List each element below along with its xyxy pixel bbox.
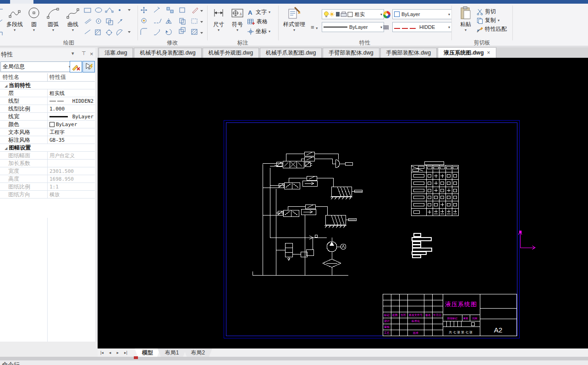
prev-tab-icon[interactable]: ◂ <box>106 350 114 355</box>
drawing-canvas[interactable]: 标记 处数 分区 更改文件号 签名 年月日 设计 标准化 审核 工艺 批准 阶段… <box>98 58 588 348</box>
properties-grid-header: 特性名 特性值 <box>0 73 95 82</box>
property-row[interactable]: 图纸幅面 用户自定义 <box>0 152 95 160</box>
table-label: 表格 <box>257 18 268 26</box>
property-row[interactable]: 线型 HIDDEN2 <box>0 97 95 105</box>
property-group-row[interactable]: ◢当前特性 <box>0 82 95 89</box>
color-combo[interactable]: ByLayer ▾ <box>392 9 452 19</box>
property-row[interactable]: 高度 1698.950 <box>0 175 95 183</box>
group-label-annotate: 标注 <box>207 39 278 47</box>
lineweight-combo[interactable]: ByLayer ▾ <box>322 22 384 32</box>
color-swatch <box>394 11 400 17</box>
property-row[interactable]: 加长系数 <box>0 160 95 167</box>
active-ribbon-tab-edge[interactable] <box>10 0 33 4</box>
chevron-down-icon: ▾ <box>27 28 41 32</box>
tab-model[interactable]: 模型 <box>135 348 160 357</box>
group-separator <box>451 6 452 40</box>
table-button[interactable]: 表格 <box>247 17 270 27</box>
paste-button[interactable]: 粘贴 ▾ <box>456 6 476 39</box>
doc-tab[interactable]: 活塞.dwg <box>99 48 133 58</box>
style-manager-button[interactable]: 样式管理 ▾ <box>281 6 308 39</box>
linetype-sample <box>57 101 64 101</box>
lineweight-sample <box>49 116 68 117</box>
copy-button[interactable]: 复制 ▾ <box>477 16 507 25</box>
lineweight-sample <box>324 27 347 28</box>
chevron-down-icon: ▾ <box>44 28 62 32</box>
property-row[interactable]: 文本风格 工程字 <box>0 128 95 136</box>
property-row[interactable]: 线型比例 1.000 <box>0 105 95 113</box>
doc-tab-active[interactable]: 液压系统图.dwg × <box>438 47 496 58</box>
property-row[interactable]: 图纸方向 横放 <box>0 191 95 199</box>
doc-tab[interactable]: 机械手机身装配图.dwg <box>134 48 201 58</box>
panel-pin-icon[interactable]: ⊤ <box>82 50 86 56</box>
last-tab-icon[interactable]: ▸| <box>121 350 130 355</box>
linetype-combo[interactable]: HIDDE ▾ <box>392 22 452 32</box>
circle-button[interactable]: 圆 ▾ <box>27 6 41 39</box>
polyline-button[interactable]: 多段线 ▾ <box>4 6 26 39</box>
text-button[interactable]: A 文字 ▾ <box>247 7 270 17</box>
sheet-size: A2 <box>494 326 502 334</box>
properties-panel-titlebar[interactable]: 特性 ▾ ⊤ × <box>0 48 95 60</box>
symbol-button[interactable]: .1 符号 ▾ <box>229 6 246 39</box>
svg-text:更改文件号: 更改文件号 <box>409 313 423 316</box>
property-row[interactable]: 层 粗实线 <box>0 89 95 97</box>
status-bar[interactable]: 命令行 <box>0 360 588 365</box>
draw-tools-grid[interactable] <box>83 6 136 39</box>
match-properties-button[interactable]: 特性匹配 <box>477 25 507 33</box>
spline-button[interactable]: 曲线 ▾ <box>64 6 82 39</box>
properties-scope-select[interactable]: 全局信息 ▾ <box>0 61 73 72</box>
modify-tools-grid[interactable] <box>140 6 204 39</box>
tab-layout1[interactable]: 布局1 <box>158 348 187 357</box>
polyline-label: 多段线 <box>4 21 26 28</box>
property-row[interactable]: 线宽 ByLayer <box>0 113 95 121</box>
clipboard-stack: 剪切 复制 ▾ 特性匹配 <box>477 7 507 33</box>
linetype-sample <box>394 24 418 30</box>
properties-scope-value: 全局信息 <box>3 63 69 71</box>
svg-text:处数: 处数 <box>392 313 398 317</box>
annotate-stack: A 文字 ▾ 表格 坐标 ▾ <box>247 7 270 36</box>
property-row[interactable]: 颜色 ByLayer <box>0 121 95 128</box>
coordinate-button[interactable]: 坐标 ▾ <box>247 27 270 36</box>
doc-tab[interactable]: 手臂部装配体.dwg <box>323 48 379 58</box>
property-row[interactable]: 标注风格 GB-35 <box>0 136 95 144</box>
expand-icon: ◢ <box>5 84 7 88</box>
arc-button[interactable]: 圆弧 ▾ <box>44 6 62 39</box>
property-row[interactable]: 宽度 2301.500 <box>0 167 95 175</box>
linetype-manager-icon[interactable] <box>383 25 389 30</box>
properties-panel-title: 特性 <box>1 50 13 59</box>
group-label-modify: 修改 <box>137 39 207 47</box>
panel-footer-area <box>0 342 98 357</box>
svg-text:标记: 标记 <box>384 313 390 317</box>
chevron-down-icon: ▾ <box>269 11 270 14</box>
doc-tab[interactable]: 机械手外观图.dwg <box>203 48 259 58</box>
panel-collapse-icon[interactable]: ▾ <box>71 50 74 56</box>
layer-combo[interactable]: 粗实 ▾ <box>322 9 384 19</box>
expand-icon: ◢ <box>5 146 7 150</box>
svg-text:重量: 重量 <box>463 317 469 320</box>
chevron-down-icon: ▾ <box>229 28 246 32</box>
doc-tab[interactable]: 手腕部装配体.dwg <box>380 48 437 58</box>
model-tabs-row: |◂ ◂ ▸ ▸| 模型 布局1 布局2 <box>98 348 588 357</box>
document-tabs: 活塞.dwg 机械手机身装配图.dwg 机械手外观图.dwg 机械手爪装配图.d… <box>98 47 588 58</box>
select-objects-button[interactable] <box>82 61 95 72</box>
close-icon[interactable]: × <box>487 50 490 56</box>
property-group-row[interactable]: ◢图幅设置 <box>0 144 95 152</box>
command-marker <box>134 356 138 359</box>
clear-properties-button[interactable] <box>70 61 82 72</box>
panel-close-icon[interactable]: × <box>90 50 93 57</box>
cut-button[interactable]: 剪切 <box>477 7 507 16</box>
color-wheel-icon[interactable] <box>383 11 390 18</box>
tab-layout2[interactable]: 布局2 <box>183 348 212 357</box>
svg-text:比例: 比例 <box>473 317 478 320</box>
doc-tab[interactable]: 机械手爪装配图.dwg <box>260 48 322 58</box>
circle-label: 圆 <box>27 21 41 28</box>
next-tab-icon[interactable]: ▸ <box>114 350 121 355</box>
svg-text:标准化: 标准化 <box>411 320 420 323</box>
dimension-button[interactable]: 尺寸 ▾ <box>210 6 227 39</box>
svg-text:A: A <box>248 9 253 16</box>
style-manager-icon <box>288 6 301 20</box>
line-settings-button[interactable]: ≡ ▾ <box>311 24 318 31</box>
property-row[interactable]: 图纸比例 1:1 <box>0 183 95 191</box>
svg-text:设计: 设计 <box>384 319 390 322</box>
svg-text:批准: 批准 <box>413 332 418 335</box>
first-tab-icon[interactable]: |◂ <box>98 350 106 355</box>
